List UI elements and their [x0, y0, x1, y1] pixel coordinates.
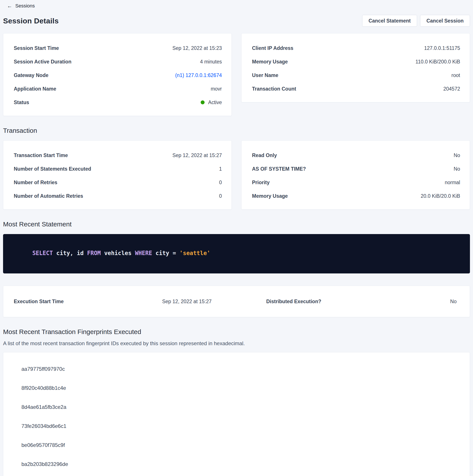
session-info-card: Session Start Time Sep 12, 2022 at 15:23… [3, 33, 232, 116]
transaction-count-label: Transaction Count [252, 86, 296, 92]
sql-token-string: 'seattle' [179, 250, 210, 256]
cancel-statement-button[interactable]: Cancel Statement [362, 15, 417, 27]
transaction-memory-usage-label: Memory Usage [252, 193, 288, 199]
as-of-system-time-row: AS OF SYSTEM TIME? No [252, 162, 460, 176]
client-ip-row: Client IP Address 127.0.0.1:51175 [252, 41, 460, 55]
read-only-row: Read Only No [252, 149, 460, 162]
transaction-grid: Transaction Start Time Sep 12, 2022 at 1… [3, 140, 470, 210]
execution-card: Execution Start Time Sep 12, 2022 at 15:… [3, 286, 470, 317]
automatic-retries-row: Number of Automatic Retries 0 [14, 189, 222, 203]
transaction-left-card: Transaction Start Time Sep 12, 2022 at 1… [3, 140, 232, 210]
priority-label: Priority [252, 180, 270, 186]
status-value: Active [208, 100, 222, 105]
session-overview-grid: Session Start Time Sep 12, 2022 at 15:23… [3, 33, 470, 116]
session-start-time-value: Sep 12, 2022 at 15:23 [172, 45, 222, 51]
back-link-label: Sessions [15, 3, 35, 9]
sql-statement-box: SELECT city, id FROM vehicles WHERE city… [3, 234, 470, 273]
fingerprint-list-item: aa79775ff097970c [14, 359, 460, 378]
status-badge: Active [201, 100, 222, 105]
application-name-label: Application Name [14, 86, 56, 92]
session-memory-usage-value: 110.0 KiB/200.0 KiB [416, 59, 460, 65]
execution-start-time-row: Execution Start Time Sep 12, 2022 at 15:… [14, 295, 212, 308]
fingerprints-section-title: Most Recent Transaction Fingerprints Exe… [3, 328, 470, 336]
distributed-execution-label: Distributed Execution? [266, 299, 321, 305]
transaction-memory-usage-row: Memory Usage 20.0 KiB/20.0 KiB [252, 189, 460, 203]
sql-token-identifier: city, id [53, 250, 87, 256]
automatic-retries-label: Number of Automatic Retries [14, 193, 83, 199]
priority-row: Priority normal [252, 176, 460, 189]
transaction-count-row: Transaction Count 204572 [252, 82, 460, 96]
as-of-system-time-value: No [454, 166, 460, 172]
fingerprint-list-item: 73fe26034bd6e6c1 [14, 416, 460, 436]
transaction-section-title: Transaction [3, 127, 470, 134]
sql-token-identifier: city = [152, 250, 179, 256]
retries-value: 0 [219, 180, 222, 186]
fingerprint-list-item: 8d4ae61a5fb3ce2a [14, 397, 460, 416]
retries-label: Number of Retries [14, 180, 57, 186]
statements-executed-row: Number of Statements Executed 1 [14, 162, 222, 176]
fingerprint-list-item: ba2b203b823296de [14, 455, 460, 474]
sql-token-identifier: vehicles [101, 250, 135, 256]
client-info-card: Client IP Address 127.0.0.1:51175 Memory… [241, 33, 470, 102]
read-only-value: No [454, 153, 460, 158]
status-active-dot-icon [201, 101, 205, 104]
priority-value: normal [445, 180, 460, 186]
fingerprints-section-description: A list of the most recent transaction fi… [3, 340, 470, 346]
application-name-value: movr [211, 86, 222, 92]
fingerprints-card: aa79775ff097970c 8f920c40d88b1c4e 8d4ae6… [3, 352, 470, 476]
most-recent-statement-title: Most Recent Statement [3, 221, 470, 228]
transaction-right-card: Read Only No AS OF SYSTEM TIME? No Prior… [241, 140, 470, 210]
statements-executed-value: 1 [219, 166, 222, 172]
session-start-time-row: Session Start Time Sep 12, 2022 at 15:23 [14, 41, 222, 55]
client-ip-label: Client IP Address [252, 45, 293, 51]
status-label: Status [14, 100, 29, 105]
transaction-start-time-row: Transaction Start Time Sep 12, 2022 at 1… [14, 149, 222, 162]
read-only-label: Read Only [252, 153, 277, 158]
fingerprint-list-item: 8f920c40d88b1c4e [14, 378, 460, 397]
session-details-page: ← Sessions Session Details Cancel Statem… [0, 0, 473, 476]
status-row: Status Active [14, 96, 222, 109]
distributed-execution-value: No [450, 299, 457, 305]
transaction-count-value: 204572 [443, 86, 460, 92]
execution-start-time-value: Sep 12, 2022 at 15:27 [162, 299, 212, 305]
cancel-session-button[interactable]: Cancel Session [420, 15, 470, 27]
automatic-retries-value: 0 [219, 193, 222, 199]
client-ip-value: 127.0.0.1:51175 [424, 45, 460, 51]
application-name-row: Application Name movr [14, 82, 222, 96]
transaction-start-time-label: Transaction Start Time [14, 153, 68, 158]
action-buttons: Cancel Statement Cancel Session [362, 15, 470, 27]
statements-executed-label: Number of Statements Executed [14, 166, 91, 172]
gateway-node-label: Gateway Node [14, 72, 49, 78]
sessions-back-link[interactable]: ← Sessions [7, 3, 35, 9]
user-name-label: User Name [252, 72, 278, 78]
as-of-system-time-label: AS OF SYSTEM TIME? [252, 166, 306, 172]
sql-token-keyword: WHERE [135, 250, 152, 256]
session-memory-usage-row: Memory Usage 110.0 KiB/200.0 KiB [252, 55, 460, 68]
fingerprint-list-item: be06e9570f785c9f [14, 436, 460, 455]
execution-start-time-label: Execution Start Time [14, 299, 64, 305]
back-row: ← Sessions [3, 2, 470, 10]
distributed-execution-row: Distributed Execution? No [266, 295, 457, 308]
session-memory-usage-label: Memory Usage [252, 59, 288, 65]
retries-row: Number of Retries 0 [14, 176, 222, 189]
sql-token-keyword: FROM [87, 250, 101, 256]
sql-statement-code: SELECT city, id FROM vehicles WHERE city… [12, 243, 461, 263]
sql-token-keyword: SELECT [32, 250, 53, 256]
title-row: Session Details Cancel Statement Cancel … [3, 15, 470, 27]
gateway-node-link[interactable]: (n1) 127.0.0.1:62674 [175, 72, 222, 78]
session-active-duration-row: Session Active Duration 4 minutes [14, 55, 222, 68]
gateway-node-row: Gateway Node (n1) 127.0.0.1:62674 [14, 68, 222, 82]
session-start-time-label: Session Start Time [14, 45, 59, 51]
user-name-value: root [451, 72, 460, 78]
session-active-duration-value: 4 minutes [200, 59, 222, 65]
arrow-left-icon: ← [7, 3, 12, 9]
session-active-duration-label: Session Active Duration [14, 59, 71, 65]
transaction-memory-usage-value: 20.0 KiB/20.0 KiB [421, 193, 460, 199]
user-name-row: User Name root [252, 68, 460, 82]
page-title: Session Details [3, 17, 59, 25]
transaction-start-time-value: Sep 12, 2022 at 15:27 [172, 153, 222, 158]
